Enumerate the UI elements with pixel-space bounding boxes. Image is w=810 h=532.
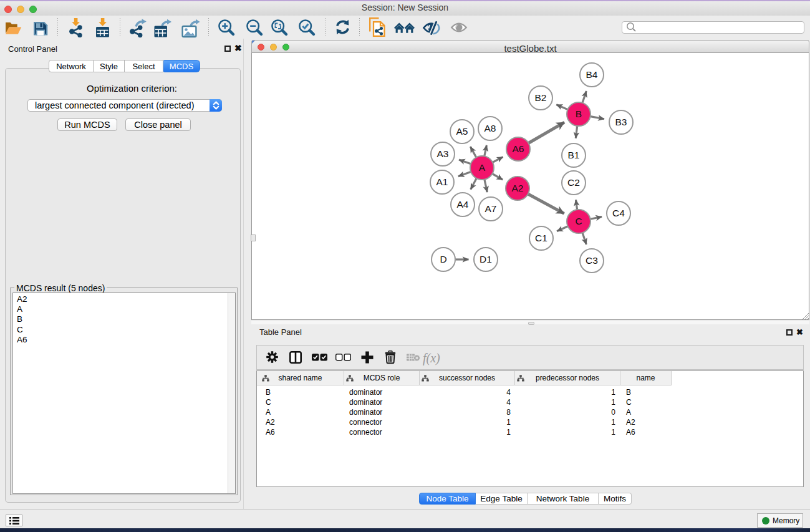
svg-text:C: C <box>575 216 582 226</box>
svg-text:A: A <box>479 162 486 173</box>
svg-text:B2: B2 <box>535 92 547 103</box>
svg-text:C2: C2 <box>567 177 580 188</box>
svg-text:A2: A2 <box>512 183 524 193</box>
svg-text:A1: A1 <box>436 177 448 187</box>
svg-text:B4: B4 <box>586 69 598 80</box>
svg-text:A3: A3 <box>437 148 449 159</box>
svg-text:C1: C1 <box>535 233 547 243</box>
svg-text:A8: A8 <box>485 123 496 133</box>
svg-text:B1: B1 <box>568 150 580 160</box>
svg-text:B3: B3 <box>615 117 627 127</box>
svg-text:B: B <box>576 109 582 119</box>
svg-text:A5: A5 <box>456 126 468 137</box>
svg-text:D1: D1 <box>480 254 492 264</box>
svg-text:A6: A6 <box>513 143 524 154</box>
svg-text:A4: A4 <box>457 199 469 210</box>
svg-text:D: D <box>440 254 446 264</box>
svg-text:A7: A7 <box>485 203 497 214</box>
svg-text:C4: C4 <box>612 208 625 218</box>
svg-text:C3: C3 <box>586 255 598 266</box>
